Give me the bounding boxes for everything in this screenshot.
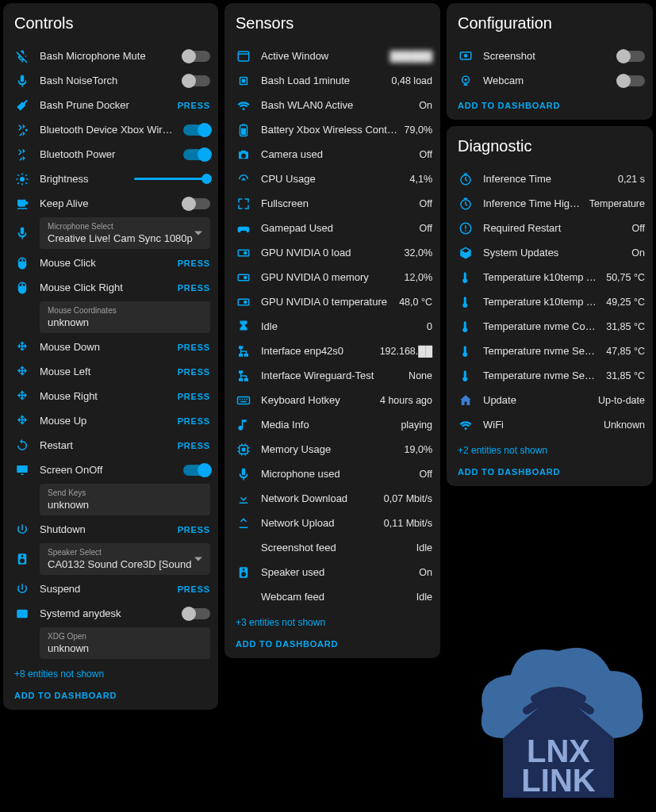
toggle-switch[interactable] (183, 51, 210, 62)
sensor-row[interactable]: Keyboard Hotkey4 hours ago (232, 388, 432, 412)
toggle-switch[interactable] (618, 75, 645, 86)
press-button[interactable]: PRESS (178, 416, 210, 426)
controls-row[interactable]: Bash Microphone Mute (11, 44, 210, 68)
select-box[interactable]: Speaker SelectCA0132 Sound Core3D [Sound (40, 543, 210, 575)
diagnostic-more[interactable]: +2 entities not shown (458, 445, 645, 456)
controls-row[interactable]: Mouse Click RightPRESS (11, 275, 210, 300)
sensor-row[interactable]: Battery Xbox Wireless Contr…79,0% (232, 117, 432, 142)
brightness-slider[interactable] (134, 178, 207, 180)
press-button[interactable]: PRESS (178, 367, 210, 377)
toggle-switch[interactable] (183, 465, 210, 476)
diagnostic-value: On (631, 247, 645, 259)
press-button[interactable]: PRESS (178, 283, 210, 293)
sensor-row[interactable]: Webcam feedIdle (232, 584, 432, 609)
toggle-switch[interactable] (618, 51, 645, 62)
toggle-switch[interactable] (183, 75, 210, 86)
controls-row[interactable]: RestartPRESS (11, 433, 210, 458)
package-icon (455, 246, 477, 260)
config-row[interactable]: Webcam (455, 68, 645, 93)
svg-rect-23 (242, 398, 244, 400)
controls-row[interactable]: Mouse UpPRESS (11, 408, 210, 433)
toggle-switch[interactable] (183, 608, 210, 619)
press-button[interactable]: PRESS (178, 259, 210, 268)
card-icon (11, 607, 33, 621)
controls-row[interactable]: Bash Prune DockerPRESS (11, 93, 210, 117)
sensor-row[interactable]: GPU NVIDIA 0 memory12,0% (232, 265, 432, 289)
bluetooth-icon (11, 147, 33, 162)
press-button[interactable]: PRESS (178, 525, 210, 534)
diagnostic-row[interactable]: Temperature nvme Comp…31,85 °C (455, 314, 645, 339)
controls-row[interactable]: Mouse DownPRESS (11, 335, 210, 359)
sensor-row[interactable]: Media Infoplaying (232, 412, 432, 437)
press-button[interactable]: PRESS (178, 101, 210, 110)
diagnostic-row[interactable]: Temperature nvme Senso…31,85 °C (455, 363, 645, 388)
toggle-switch[interactable] (183, 149, 210, 160)
sensor-value: 79,0% (405, 124, 432, 136)
toggle-switch[interactable] (183, 124, 210, 136)
controls-row[interactable]: Mouse RightPRESS (11, 384, 210, 408)
controls-row[interactable]: Mouse ClickPRESS (11, 251, 210, 275)
toggle-switch[interactable] (183, 198, 210, 209)
sensor-row[interactable]: CPU Usage4,1% (232, 167, 432, 191)
sensor-row[interactable]: FullscreenOff (232, 191, 432, 216)
sensor-row[interactable]: GPU NVIDIA 0 temperature48,0 °C (232, 289, 432, 314)
select-box[interactable]: Microphone SelectCreative Live! Cam Sync… (40, 217, 210, 249)
controls-row[interactable]: Keep Alive (11, 191, 210, 216)
sensor-row[interactable]: Memory Usage19,0% (232, 437, 432, 462)
svg-rect-17 (244, 354, 248, 357)
sensor-row[interactable]: Bash WLAN0 ActiveOn (232, 93, 432, 117)
sensor-row[interactable]: Gamepad UsedOff (232, 216, 432, 240)
sensor-row[interactable]: Active Window██████ (232, 44, 432, 68)
diagnostic-row[interactable]: System UpdatesOn (455, 240, 645, 265)
controls-row[interactable]: Screen OnOff (11, 458, 210, 482)
svg-rect-26 (240, 400, 247, 402)
sensor-row[interactable]: Bash Load 1minute0,48 load (232, 68, 432, 93)
sensor-row[interactable]: Idle0 (232, 314, 432, 339)
controls-row[interactable]: Bluetooth Power (11, 142, 210, 167)
diagnostic-row[interactable]: Inference Time0,21 s (455, 167, 645, 191)
diagnostic-add[interactable]: ADD TO DASHBOARD (458, 467, 645, 477)
sensor-row[interactable]: Interface enp42s0192.168.██ (232, 339, 432, 363)
controls-row[interactable]: Brightness (11, 167, 210, 191)
controls-more[interactable]: +8 entities not shown (14, 668, 210, 680)
text-input[interactable]: Mouse Coordinatesunknown (40, 301, 210, 333)
svg-point-12 (244, 275, 247, 279)
keyboard-icon (232, 393, 255, 408)
sensor-row[interactable]: GPU NVIDIA 0 load32,0% (232, 240, 432, 265)
chevron-down-icon (194, 557, 202, 561)
controls-row[interactable]: Mouse LeftPRESS (11, 359, 210, 384)
sensor-row[interactable]: Network Download0,07 Mbit/s (232, 486, 432, 511)
controls-row[interactable]: Bluetooth Device Xbox Wir… (11, 117, 210, 142)
configuration-add[interactable]: ADD TO DASHBOARD (458, 101, 645, 110)
sensor-row[interactable]: Camera usedOff (232, 142, 432, 167)
controls-add[interactable]: ADD TO DASHBOARD (14, 691, 210, 700)
sensors-more[interactable]: +3 entities not shown (236, 617, 432, 628)
svg-rect-15 (239, 346, 243, 349)
diagnostic-row[interactable]: Temperature k10temp Tc…50,75 °C (455, 265, 645, 289)
controls-row[interactable]: Bash NoiseTorch (11, 68, 210, 93)
svg-rect-24 (244, 398, 246, 400)
diagnostic-row[interactable]: Temperature k10temp Tctl49,25 °C (455, 289, 645, 314)
sensor-row[interactable]: Microphone usedOff (232, 462, 432, 486)
sensor-row[interactable]: Screenshot feedIdle (232, 535, 432, 560)
diagnostic-row[interactable]: Required RestartOff (455, 216, 645, 240)
sensors-add[interactable]: ADD TO DASHBOARD (236, 639, 432, 649)
press-button[interactable]: PRESS (178, 584, 210, 594)
sensor-row[interactable]: Speaker usedOn (232, 560, 432, 584)
diagnostic-row[interactable]: UpdateUp-to-date (455, 388, 645, 412)
controls-row[interactable]: Systemd anydesk (11, 601, 210, 626)
text-input[interactable]: Send Keysunknown (40, 484, 210, 515)
press-button[interactable]: PRESS (178, 441, 210, 450)
sensor-row[interactable]: Network Upload0,11 Mbit/s (232, 511, 432, 535)
diagnostic-row[interactable]: Temperature nvme Senso…47,85 °C (455, 339, 645, 363)
press-button[interactable]: PRESS (178, 392, 210, 401)
diagnostic-row[interactable]: Inference Time Highe…Temperature (455, 191, 645, 216)
text-input[interactable]: XDG Openunknown (40, 627, 210, 659)
config-row[interactable]: Screenshot (455, 44, 645, 68)
controls-row[interactable]: SuspendPRESS (11, 576, 210, 601)
press-button[interactable]: PRESS (178, 343, 210, 352)
controls-row[interactable]: ShutdownPRESS (11, 517, 210, 542)
control-label: Mouse Down (40, 341, 171, 353)
diagnostic-row[interactable]: WiFiUnknown (455, 412, 645, 437)
sensor-row[interactable]: Interface Wireguard-TestNone (232, 363, 432, 388)
